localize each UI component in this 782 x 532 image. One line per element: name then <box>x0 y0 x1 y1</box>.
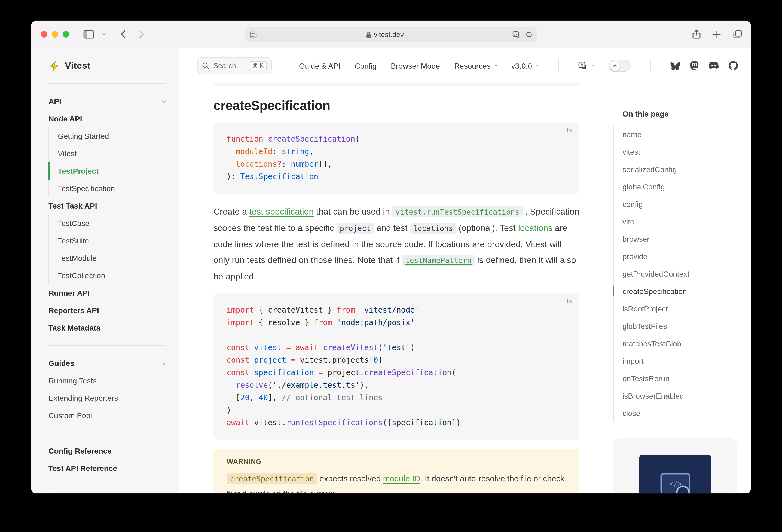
outline-item-matchestestglob[interactable]: matchesTestGlob <box>623 335 737 352</box>
sidebar-group-header-api[interactable]: API <box>48 93 166 110</box>
share-icon[interactable] <box>692 29 701 39</box>
outline-item-isbrowserenabled[interactable]: isBrowserEnabled <box>623 387 737 404</box>
chevron-down-icon <box>494 63 497 66</box>
mastodon-icon[interactable] <box>690 61 699 70</box>
outline-item-provide[interactable]: provide <box>623 248 737 265</box>
sidebar-item-testproject[interactable]: TestProject <box>48 162 166 180</box>
doc-scroller[interactable]: createSpecification ts function createSp… <box>179 83 613 493</box>
search-button[interactable]: Search ⌘ K <box>197 57 272 74</box>
top-nav: Guide & APIConfigBrowser ModeResourcesv3… <box>299 59 738 72</box>
desktop: vitest.dev A <box>0 0 782 532</box>
sidebar-item-reporters-api[interactable]: Reporters API <box>48 302 166 319</box>
outline-item-isrootproject[interactable]: isRootProject <box>623 300 737 317</box>
outline-item-vitest[interactable]: vitest <box>623 143 737 161</box>
outline-item-getprovidedcontext[interactable]: getProvidedContext <box>623 265 737 283</box>
forward-button[interactable] <box>139 30 144 39</box>
code-line: const specification = project.createSpec… <box>226 366 566 379</box>
github-icon[interactable] <box>728 61 738 70</box>
new-tab-icon[interactable] <box>713 30 721 38</box>
nav-resources[interactable]: Resources <box>454 61 497 70</box>
code-link-testnamepattern[interactable]: testNamePattern <box>402 255 475 266</box>
doc-paragraph: Create a test specification that can be … <box>213 204 579 284</box>
sidebar-item-test-api-reference[interactable]: Test API Reference <box>48 460 166 477</box>
close-window-button[interactable] <box>41 31 47 38</box>
outline-item-name[interactable]: name <box>623 126 737 143</box>
code-link-vitest-runtestspecifications[interactable]: vitest.runTestSpecifications <box>392 206 523 217</box>
sidebar-toggle-icon[interactable] <box>83 30 94 39</box>
code-lines: function createSpecification( moduleId: … <box>226 133 566 183</box>
sidebar-group-header-guides[interactable]: Guides <box>48 354 166 372</box>
minimize-window-button[interactable] <box>52 31 58 38</box>
sidebar-item-task-metadata[interactable]: Task Metadata <box>48 319 166 336</box>
outline-item-config[interactable]: config <box>623 196 737 213</box>
sidebar-nav: APINode APIGetting StartedVitestTestProj… <box>31 83 179 486</box>
url-text: vitest.dev <box>374 31 404 39</box>
code-line: await vitest.runTestSpecifications([spec… <box>226 417 566 429</box>
sidebar-item-extending-reporters[interactable]: Extending Reporters <box>48 389 166 407</box>
back-button[interactable] <box>120 30 126 39</box>
discord-icon[interactable] <box>709 62 719 70</box>
doc-link-test-specification[interactable]: test specification <box>249 207 314 216</box>
sidebar-item-config-reference[interactable]: Config Reference <box>48 442 166 460</box>
address-bar[interactable]: vitest.dev A <box>245 27 537 42</box>
code-line: moduleId: string, <box>226 145 566 158</box>
sidebar-group: GuidesRunning TestsExtending ReportersCu… <box>48 345 166 433</box>
sidebar-item-running-tests[interactable]: Running Tests <box>48 372 166 389</box>
text-segment: that can be used in <box>314 207 392 216</box>
content-area: createSpecification ts function createSp… <box>179 83 751 493</box>
sidebar-item-getting-started[interactable]: Getting Started <box>48 128 166 145</box>
code-block-signature: ts function createSpecification( moduleI… <box>213 122 579 194</box>
sidebar-item-node-api[interactable]: Node API <box>48 110 166 128</box>
tab-overview-icon[interactable] <box>733 30 742 39</box>
outline-item-vite[interactable]: vite <box>623 213 737 230</box>
bluesky-icon[interactable] <box>670 61 680 70</box>
doc-link-locations[interactable]: locations <box>518 223 553 233</box>
nav-guide-api[interactable]: Guide & API <box>299 61 341 70</box>
nav-v3-0-0[interactable]: v3.0.0 <box>511 61 539 70</box>
on-this-page-list: namevitestserializedConfigglobalConfigco… <box>613 126 737 422</box>
sidebar-item-testcase[interactable]: TestCase <box>48 215 166 232</box>
outline-item-browser[interactable]: browser <box>623 230 737 248</box>
reload-icon[interactable] <box>526 31 533 38</box>
translate-icon[interactable]: A <box>512 31 521 38</box>
language-menu[interactable]: A <box>578 61 595 70</box>
outline-item-serializedconfig[interactable]: serializedConfig <box>623 161 737 178</box>
code-line: locations?: number[], <box>226 158 566 171</box>
svg-text:A: A <box>514 32 517 36</box>
outline-item-globtestfiles[interactable]: globTestFiles <box>623 317 737 335</box>
code-lines: import { createVitest } from 'vitest/nod… <box>226 304 566 429</box>
theme-toggle[interactable]: ☀ <box>609 60 631 72</box>
text-segment: and test <box>374 223 410 233</box>
inline-code-createspecification: createSpecification <box>226 473 317 484</box>
nav-config[interactable]: Config <box>355 61 377 70</box>
outline-item-close[interactable]: close <box>623 404 737 422</box>
sidebar-item-vitest[interactable]: Vitest <box>48 145 166 162</box>
doc-link-module-id[interactable]: module ID <box>383 474 420 483</box>
sidebar-group: APINode APIGetting StartedVitestTestProj… <box>48 83 166 345</box>
sidebar-item-testcollection[interactable]: TestCollection <box>48 267 166 284</box>
text-segment: Create a <box>213 207 249 216</box>
outline-item-globalconfig[interactable]: globalConfig <box>623 178 737 196</box>
sidebar-item-test-task-api[interactable]: Test Task API <box>48 197 166 215</box>
sponsor-card[interactable]: </> <box>613 438 737 493</box>
sidebar-item-testmodule[interactable]: TestModule <box>48 249 166 267</box>
outline-item-ontestsrerun[interactable]: onTestsRerun <box>623 370 737 387</box>
inline-code-locations: locations <box>410 223 456 234</box>
previous-codeblock-sliver <box>213 83 579 86</box>
logo-row[interactable]: Vitest <box>31 48 179 83</box>
search-kbd: ⌘ K <box>249 61 267 70</box>
nav-browser-mode[interactable]: Browser Mode <box>391 61 440 70</box>
outline-item-createspecification[interactable]: createSpecification <box>623 283 737 300</box>
chevron-down-icon <box>162 98 166 103</box>
sidebar-item-testsuite[interactable]: TestSuite <box>48 232 166 249</box>
zoom-window-button[interactable] <box>63 31 69 38</box>
on-this-page-title: On this page <box>623 109 737 120</box>
sidebar-options-chevron-icon[interactable] <box>102 32 105 35</box>
page-settings-icon[interactable] <box>249 31 257 38</box>
sun-icon: ☀ <box>610 61 620 71</box>
sidebar-item-testspecification[interactable]: TestSpecification <box>48 180 166 197</box>
code-lang-label: ts <box>567 126 572 134</box>
sidebar-item-custom-pool[interactable]: Custom Pool <box>48 407 166 424</box>
outline-item-import[interactable]: import <box>623 352 737 370</box>
sidebar-item-runner-api[interactable]: Runner API <box>48 284 166 302</box>
